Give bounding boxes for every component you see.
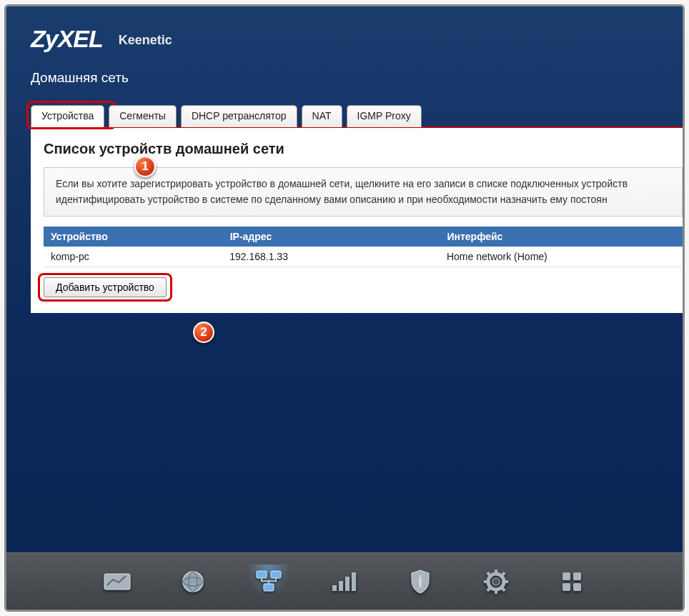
svg-rect-25: [573, 583, 581, 591]
svg-rect-6: [264, 584, 274, 591]
cell-ip: 192.168.1.33: [222, 247, 440, 267]
apps-icon[interactable]: [550, 565, 593, 599]
svg-rect-4: [257, 571, 267, 578]
svg-rect-22: [562, 572, 570, 580]
devices-table: Устройство IP-адрес Интерфейс komp-pc 19…: [44, 227, 683, 267]
tab-segments[interactable]: Сегменты: [109, 105, 177, 127]
svg-rect-24: [562, 583, 570, 591]
globe-icon[interactable]: [172, 565, 214, 599]
add-device-button[interactable]: Добавить устройство: [44, 277, 167, 297]
content-panel: Список устройств домашней сети Если вы х…: [31, 126, 683, 313]
svg-point-1: [183, 572, 203, 592]
section-heading: Список устройств домашней сети: [31, 141, 683, 167]
network-icon[interactable]: [247, 565, 290, 599]
table-row[interactable]: komp-pc 192.168.1.33 Home network (Home): [44, 247, 683, 267]
gear-icon[interactable]: [475, 565, 517, 599]
svg-rect-5: [271, 571, 281, 578]
page-title: Домашняя сеть: [31, 70, 658, 86]
shield-icon[interactable]: [399, 565, 442, 599]
tab-dhcp-relay[interactable]: DHCP ретранслятор: [181, 105, 297, 127]
svg-rect-10: [352, 572, 356, 591]
graph-icon[interactable]: [96, 565, 139, 599]
bottom-dock: [6, 552, 683, 610]
signal-icon[interactable]: [323, 565, 366, 599]
svg-rect-7: [332, 585, 337, 591]
tab-devices[interactable]: Устройства: [31, 105, 104, 127]
brand-logo: ZyXEL: [31, 25, 103, 53]
svg-rect-8: [339, 581, 343, 591]
col-header-ip: IP-адрес: [222, 227, 440, 247]
cell-device: komp-pc: [44, 247, 222, 267]
col-header-device: Устройство: [44, 227, 222, 247]
brand-product: Keenetic: [119, 33, 172, 48]
tab-nat[interactable]: NAT: [302, 105, 342, 127]
annotation-badge-1: 1: [134, 156, 156, 177]
col-header-interface: Интерфейс: [440, 227, 683, 247]
svg-rect-23: [573, 572, 581, 580]
annotation-badge-2: 2: [193, 322, 214, 343]
svg-rect-9: [345, 577, 350, 591]
tab-igmp-proxy[interactable]: IGMP Proxy: [347, 105, 422, 127]
cell-interface: Home network (Home): [440, 247, 683, 267]
tabs-row: Устройства Сегменты DHCP ретранслятор NA…: [6, 91, 683, 126]
svg-point-21: [493, 579, 499, 585]
